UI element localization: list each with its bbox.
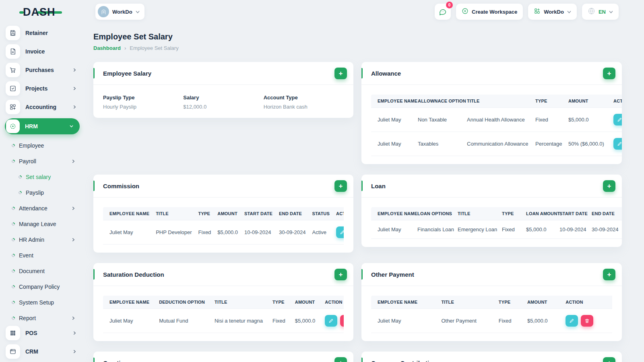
table-cell: Non Taxable — [413, 108, 462, 132]
edit-button[interactable] — [336, 226, 344, 238]
edit-icon — [617, 141, 622, 146]
sidebar-item-hr-admin[interactable]: HR Admin — [6, 232, 85, 247]
sidebar-item-crm[interactable]: CRM — [6, 344, 85, 359]
add-button[interactable]: + — [334, 180, 347, 192]
chevron-right-icon — [72, 316, 75, 320]
bullet-icon — [11, 269, 15, 273]
plus-circle-icon — [462, 8, 469, 16]
sidebar-item-document[interactable]: Document — [6, 263, 85, 279]
bullet-icon — [11, 143, 15, 148]
card-saturation-deduction: Saturation Deduction+EMPLOYEE NAMEDEDUCT… — [93, 263, 353, 341]
table-row: Juliet MayPHP DeveloperFixed$5,000.010-0… — [103, 220, 344, 245]
edit-icon — [617, 117, 622, 122]
hrm-icon — [6, 119, 20, 133]
bullet-icon — [11, 253, 15, 257]
edit-button[interactable] — [613, 138, 622, 150]
edit-icon — [340, 230, 344, 235]
table-cell: Fixed — [195, 220, 215, 245]
sidebar-item-set-salary[interactable]: Set salary — [6, 169, 85, 185]
sidebar-item-attendance[interactable]: Attendance — [6, 200, 85, 216]
chevron-down-icon — [70, 124, 73, 128]
action-cell — [609, 132, 622, 156]
sidebar-item-label: Purchases — [25, 67, 54, 73]
bullet-icon — [18, 190, 22, 195]
table-cell: Mutual Fund — [154, 309, 210, 333]
sidebar-item-company-policy[interactable]: Company Policy — [6, 279, 85, 294]
column-header: AMOUNT — [564, 95, 609, 108]
sidebar-item-retainer[interactable]: Retainer — [6, 26, 85, 40]
workspace-selector[interactable]: WorkDo — [95, 4, 144, 20]
data-table: EMPLOYEE NAMETITLETYPEAMOUNTACTIONJuliet… — [371, 296, 612, 333]
chevron-right-icon — [73, 86, 76, 90]
add-button[interactable]: + — [334, 357, 347, 362]
table-wrap: EMPLOYEE NAMETITLETYPEAMOUNTSTART DATEEN… — [103, 207, 344, 245]
workdo-menu-button[interactable]: WorkDo — [528, 4, 577, 20]
table-cell: 30-09-2024 — [587, 220, 622, 239]
cart-icon — [6, 63, 20, 77]
sidebar-item-payslip[interactable]: Payslip — [6, 185, 85, 200]
card-employee-salary: Employee Salary+Payslip TypeHourly Paysl… — [93, 62, 353, 118]
sidebar-item-system-setup[interactable]: System Setup — [6, 294, 85, 310]
column-header: EMPLOYEE NAME — [103, 207, 153, 220]
sidebar-item-purchases[interactable]: Purchases — [6, 63, 85, 77]
delete-button[interactable] — [581, 315, 593, 327]
bullet-icon — [11, 222, 15, 226]
column-header: DEDUCTION OPTION — [154, 296, 210, 309]
sidebar-item-projects[interactable]: Projects — [6, 81, 85, 96]
add-button[interactable]: + — [603, 269, 615, 280]
sidebar-item-hrm[interactable]: HRM — [5, 118, 80, 134]
bullet-icon — [11, 316, 15, 320]
column-header: AMOUNT — [290, 296, 320, 309]
card-header: Commission+ — [93, 175, 353, 197]
table-header-row: EMPLOYEE NAMELOAN OPTIONSTITLETYPELOAN A… — [371, 207, 622, 220]
card-body: EMPLOYEE NAMEALLOWNACE OPTIONTITLETYPEAM… — [361, 85, 622, 164]
sidebar-item-report[interactable]: Report — [6, 310, 85, 326]
edit-button[interactable] — [325, 315, 337, 327]
column-header: LOAN AMOUNT — [521, 207, 555, 220]
edit-button[interactable] — [613, 114, 622, 125]
add-button[interactable]: + — [334, 269, 347, 280]
add-button[interactable]: + — [603, 68, 615, 79]
add-button[interactable]: + — [603, 180, 615, 192]
bullet-icon — [11, 206, 15, 210]
add-button[interactable]: + — [603, 357, 615, 362]
sidebar-item-label: CRM — [25, 348, 38, 355]
card-header: Employee Salary+ — [93, 62, 353, 85]
create-workspace-button[interactable]: Create Workspace — [456, 4, 523, 20]
card-other-payment: Other Payment+EMPLOYEE NAMETITLETYPEAMOU… — [361, 263, 622, 341]
sidebar-item-label: POS — [25, 330, 37, 336]
sidebar-item-payroll[interactable]: Payroll — [6, 153, 85, 169]
column-header: START DATE — [241, 207, 276, 220]
table-cell: Juliet May — [371, 132, 413, 156]
table-cell: Juliet May — [371, 220, 413, 239]
create-workspace-label: Create Workspace — [472, 9, 517, 15]
sidebar-item-event[interactable]: Event — [6, 247, 85, 263]
edit-button[interactable] — [566, 315, 578, 327]
workspace-label: WorkDo — [112, 9, 132, 15]
column-header: EMPLOYEE NAME — [371, 296, 436, 309]
crm-icon — [6, 344, 20, 359]
messages-button[interactable]: 0 — [435, 4, 451, 20]
sidebar-item-accounting[interactable]: Accounting — [6, 100, 85, 114]
sidebar-item-label: Document — [19, 268, 45, 274]
breadcrumb-dashboard-link[interactable]: Dashboard — [93, 45, 121, 51]
field-value: Hourly Payslip — [103, 104, 183, 110]
sidebar-item-employee[interactable]: Employee — [6, 138, 85, 153]
language-button[interactable]: EN — [582, 4, 619, 20]
add-button[interactable]: + — [334, 68, 347, 79]
field-value: Horizon Bank cash — [264, 104, 344, 110]
breadcrumb-current: Employee Set Salary — [130, 45, 178, 51]
card-title: Company Contribution — [371, 360, 436, 362]
chevron-down-icon — [609, 9, 613, 15]
delete-button[interactable] — [340, 315, 344, 327]
sidebar-item-label: Attendance — [19, 205, 47, 212]
table-cell: Fixed — [268, 309, 290, 333]
language-label: EN — [599, 9, 606, 15]
sidebar-item-label: Company Policy — [19, 284, 60, 290]
sidebar-item-invoice[interactable]: Invoice — [6, 44, 85, 59]
sidebar-item-pos[interactable]: POS — [6, 326, 85, 340]
sidebar-item-manage-leave[interactable]: Manage Leave — [6, 216, 85, 232]
table-cell: $5,000.0 — [522, 309, 561, 333]
dash-logo[interactable]: DASH — [23, 6, 56, 19]
chevron-right-icon — [73, 68, 76, 72]
